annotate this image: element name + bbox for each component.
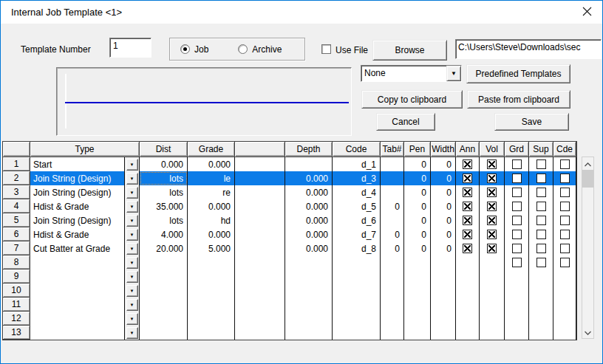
grd-checkbox[interactable] <box>512 202 522 211</box>
cell-blank[interactable] <box>235 269 285 284</box>
ann-checkbox[interactable] <box>463 230 472 239</box>
cell-pen[interactable] <box>404 326 431 340</box>
cell-type[interactable]: Join String (Design) <box>30 213 125 227</box>
cell-type[interactable] <box>30 326 125 340</box>
cell-cde[interactable] <box>553 269 576 284</box>
cell-blank[interactable] <box>235 298 285 312</box>
cell-type[interactable] <box>30 255 125 269</box>
grd-checkbox[interactable] <box>512 258 522 267</box>
cell-width[interactable]: 0 <box>431 213 456 227</box>
cell-grade[interactable]: 0.000 <box>188 157 235 171</box>
cell-tab[interactable]: 0 <box>381 199 404 213</box>
column-header-grd[interactable]: Grd <box>505 142 529 157</box>
cell-code[interactable]: d_6 <box>333 213 381 227</box>
cell-type[interactable]: Hdist & Grade <box>30 199 125 213</box>
cell-sup[interactable] <box>529 185 553 199</box>
type-dropdown-button[interactable]: ▼ <box>126 257 138 269</box>
row-number-button[interactable]: 13 <box>3 326 30 340</box>
grd-checkbox[interactable] <box>512 159 522 169</box>
cell-grd[interactable] <box>505 171 529 185</box>
sup-checkbox[interactable] <box>536 159 546 169</box>
cell-grade[interactable] <box>188 284 235 298</box>
cell-type[interactable] <box>30 312 125 326</box>
cell-grd[interactable] <box>505 241 529 255</box>
cell-type[interactable]: Join String (Design) <box>30 185 125 199</box>
cell-sup[interactable] <box>529 199 553 213</box>
cde-checkbox[interactable] <box>560 244 570 253</box>
cell-type[interactable] <box>30 269 125 284</box>
scrollbar-thumb[interactable] <box>582 170 593 188</box>
scroll-up-button[interactable] <box>582 157 593 170</box>
cell-tab[interactable] <box>381 185 404 199</box>
cell-pen[interactable]: 0 <box>404 213 431 227</box>
cell-dist[interactable]: 0.000 <box>140 157 188 171</box>
row-number-button[interactable]: 3 <box>3 185 30 199</box>
cell-grd[interactable] <box>505 199 529 213</box>
cell-sup[interactable] <box>529 255 553 269</box>
cell-blank[interactable] <box>235 227 285 241</box>
cell-type[interactable]: Hdist & Grade <box>30 227 125 241</box>
cell-sup[interactable] <box>529 312 553 326</box>
cell-depth[interactable] <box>285 269 333 284</box>
cell-vol[interactable] <box>480 241 505 255</box>
cell-pen[interactable]: 0 <box>404 157 431 171</box>
cell-blank[interactable] <box>235 171 285 185</box>
cell-grd[interactable] <box>505 185 529 199</box>
cell-tab[interactable] <box>381 284 404 298</box>
cell-code[interactable]: d_8 <box>333 241 381 255</box>
cell-depth[interactable]: 0.000 <box>285 213 333 227</box>
cell-sup[interactable] <box>529 326 553 340</box>
grd-checkbox[interactable] <box>512 188 522 197</box>
cell-pen[interactable]: 0 <box>404 185 431 199</box>
cell-vol[interactable] <box>480 199 505 213</box>
cell-depth[interactable]: 0.000 <box>285 227 333 241</box>
cell-dist[interactable]: lots <box>140 171 188 185</box>
cde-checkbox[interactable] <box>560 258 570 267</box>
cell-dist[interactable]: 20.000 <box>140 241 188 255</box>
cell-code[interactable]: d_1 <box>333 157 381 171</box>
cell-code[interactable] <box>333 298 381 312</box>
cell-grade[interactable]: le <box>188 171 235 185</box>
cell-grade[interactable] <box>188 312 235 326</box>
vol-checkbox[interactable] <box>487 202 497 211</box>
predefined-templates-button[interactable]: Predefined Templates <box>466 64 570 83</box>
cell-grd[interactable] <box>505 157 529 171</box>
cell-width[interactable]: 0 <box>431 241 456 255</box>
cell-width[interactable] <box>431 284 456 298</box>
cell-cde[interactable] <box>553 312 576 326</box>
cell-tab[interactable]: 0 <box>381 241 404 255</box>
cell-code[interactable] <box>333 326 381 340</box>
cell-dist[interactable] <box>140 269 188 284</box>
cell-width[interactable] <box>431 312 456 326</box>
sup-checkbox[interactable] <box>536 230 546 239</box>
cell-depth[interactable] <box>285 255 333 269</box>
cell-type[interactable]: Start <box>30 157 125 171</box>
cell-width[interactable] <box>431 298 456 312</box>
cell-depth[interactable] <box>285 326 333 340</box>
cell-code[interactable]: d_7 <box>333 227 381 241</box>
ann-checkbox[interactable] <box>463 174 472 183</box>
cell-vol[interactable] <box>480 269 505 284</box>
sup-checkbox[interactable] <box>536 258 546 267</box>
cell-sup[interactable] <box>529 298 553 312</box>
cell-type[interactable]: Cut Batter at Grade <box>30 241 125 255</box>
cell-tab[interactable] <box>381 171 404 185</box>
cell-vol[interactable] <box>480 255 505 269</box>
sup-checkbox[interactable] <box>536 174 546 183</box>
cell-ann[interactable] <box>456 241 480 255</box>
cell-dist[interactable]: lots <box>140 213 188 227</box>
cell-vol[interactable] <box>480 185 505 199</box>
cell-width[interactable]: 0 <box>431 185 456 199</box>
cell-grade[interactable]: 0.000 <box>188 199 235 213</box>
vol-checkbox[interactable] <box>487 230 497 239</box>
cell-pen[interactable]: 0 <box>404 227 431 241</box>
cell-cde[interactable] <box>553 199 576 213</box>
cell-width[interactable] <box>431 269 456 284</box>
cell-blank[interactable] <box>235 284 285 298</box>
cell-depth[interactable]: 0.000 <box>285 241 333 255</box>
row-number-button[interactable]: 7 <box>3 241 30 255</box>
cell-pen[interactable] <box>404 255 431 269</box>
sup-checkbox[interactable] <box>536 244 546 253</box>
cde-checkbox[interactable] <box>560 174 570 183</box>
column-header-blank[interactable] <box>3 142 30 157</box>
